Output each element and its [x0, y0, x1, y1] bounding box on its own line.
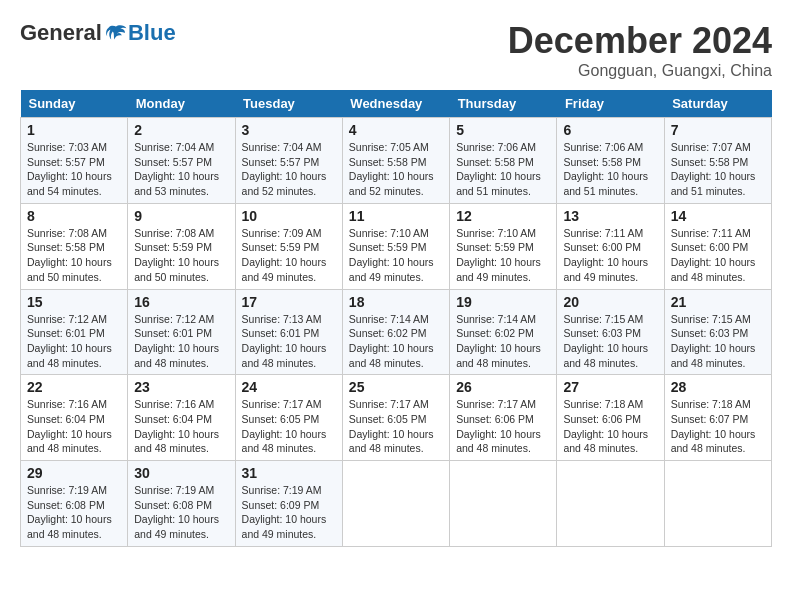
calendar-day-cell: 14 Sunrise: 7:11 AMSunset: 6:00 PMDaylig… — [664, 203, 771, 289]
day-info: Sunrise: 7:18 AMSunset: 6:06 PMDaylight:… — [563, 398, 648, 454]
day-number: 31 — [242, 465, 336, 481]
day-info: Sunrise: 7:12 AMSunset: 6:01 PMDaylight:… — [27, 313, 112, 369]
calendar-day-cell: 31 Sunrise: 7:19 AMSunset: 6:09 PMDaylig… — [235, 461, 342, 547]
day-number: 4 — [349, 122, 443, 138]
day-number: 20 — [563, 294, 657, 310]
location-title: Gongguan, Guangxi, China — [508, 62, 772, 80]
calendar-day-cell: 16 Sunrise: 7:12 AMSunset: 6:01 PMDaylig… — [128, 289, 235, 375]
day-info: Sunrise: 7:11 AMSunset: 6:00 PMDaylight:… — [671, 227, 756, 283]
calendar-day-cell: 8 Sunrise: 7:08 AMSunset: 5:58 PMDayligh… — [21, 203, 128, 289]
calendar-day-cell: 27 Sunrise: 7:18 AMSunset: 6:06 PMDaylig… — [557, 375, 664, 461]
day-number: 28 — [671, 379, 765, 395]
day-info: Sunrise: 7:05 AMSunset: 5:58 PMDaylight:… — [349, 141, 434, 197]
day-info: Sunrise: 7:19 AMSunset: 6:09 PMDaylight:… — [242, 484, 327, 540]
day-info: Sunrise: 7:15 AMSunset: 6:03 PMDaylight:… — [671, 313, 756, 369]
day-number: 19 — [456, 294, 550, 310]
calendar-day-cell: 12 Sunrise: 7:10 AMSunset: 5:59 PMDaylig… — [450, 203, 557, 289]
col-thursday: Thursday — [450, 90, 557, 118]
calendar-day-cell: 2 Sunrise: 7:04 AMSunset: 5:57 PMDayligh… — [128, 118, 235, 204]
col-wednesday: Wednesday — [342, 90, 449, 118]
col-monday: Monday — [128, 90, 235, 118]
day-info: Sunrise: 7:06 AMSunset: 5:58 PMDaylight:… — [456, 141, 541, 197]
calendar-day-cell: 23 Sunrise: 7:16 AMSunset: 6:04 PMDaylig… — [128, 375, 235, 461]
day-number: 5 — [456, 122, 550, 138]
col-sunday: Sunday — [21, 90, 128, 118]
empty-cell — [450, 461, 557, 547]
day-number: 7 — [671, 122, 765, 138]
logo-general-text: General — [20, 20, 102, 46]
day-number: 27 — [563, 379, 657, 395]
col-saturday: Saturday — [664, 90, 771, 118]
day-info: Sunrise: 7:18 AMSunset: 6:07 PMDaylight:… — [671, 398, 756, 454]
day-number: 3 — [242, 122, 336, 138]
day-number: 2 — [134, 122, 228, 138]
logo-bird-icon — [104, 21, 128, 45]
calendar-day-cell: 22 Sunrise: 7:16 AMSunset: 6:04 PMDaylig… — [21, 375, 128, 461]
calendar-day-cell: 25 Sunrise: 7:17 AMSunset: 6:05 PMDaylig… — [342, 375, 449, 461]
day-info: Sunrise: 7:07 AMSunset: 5:58 PMDaylight:… — [671, 141, 756, 197]
day-info: Sunrise: 7:10 AMSunset: 5:59 PMDaylight:… — [456, 227, 541, 283]
day-number: 29 — [27, 465, 121, 481]
calendar-week-row: 22 Sunrise: 7:16 AMSunset: 6:04 PMDaylig… — [21, 375, 772, 461]
empty-cell — [342, 461, 449, 547]
calendar-day-cell: 4 Sunrise: 7:05 AMSunset: 5:58 PMDayligh… — [342, 118, 449, 204]
day-info: Sunrise: 7:15 AMSunset: 6:03 PMDaylight:… — [563, 313, 648, 369]
day-info: Sunrise: 7:14 AMSunset: 6:02 PMDaylight:… — [456, 313, 541, 369]
day-number: 13 — [563, 208, 657, 224]
day-number: 26 — [456, 379, 550, 395]
day-info: Sunrise: 7:19 AMSunset: 6:08 PMDaylight:… — [134, 484, 219, 540]
day-number: 12 — [456, 208, 550, 224]
calendar-week-row: 15 Sunrise: 7:12 AMSunset: 6:01 PMDaylig… — [21, 289, 772, 375]
title-area: December 2024 Gongguan, Guangxi, China — [508, 20, 772, 80]
day-number: 15 — [27, 294, 121, 310]
day-info: Sunrise: 7:16 AMSunset: 6:04 PMDaylight:… — [134, 398, 219, 454]
calendar-table: Sunday Monday Tuesday Wednesday Thursday… — [20, 90, 772, 547]
calendar-day-cell: 7 Sunrise: 7:07 AMSunset: 5:58 PMDayligh… — [664, 118, 771, 204]
col-tuesday: Tuesday — [235, 90, 342, 118]
day-info: Sunrise: 7:12 AMSunset: 6:01 PMDaylight:… — [134, 313, 219, 369]
empty-cell — [557, 461, 664, 547]
day-info: Sunrise: 7:03 AMSunset: 5:57 PMDaylight:… — [27, 141, 112, 197]
calendar-week-row: 29 Sunrise: 7:19 AMSunset: 6:08 PMDaylig… — [21, 461, 772, 547]
day-info: Sunrise: 7:17 AMSunset: 6:05 PMDaylight:… — [242, 398, 327, 454]
day-number: 22 — [27, 379, 121, 395]
calendar-day-cell: 20 Sunrise: 7:15 AMSunset: 6:03 PMDaylig… — [557, 289, 664, 375]
day-info: Sunrise: 7:14 AMSunset: 6:02 PMDaylight:… — [349, 313, 434, 369]
day-info: Sunrise: 7:10 AMSunset: 5:59 PMDaylight:… — [349, 227, 434, 283]
calendar-day-cell: 13 Sunrise: 7:11 AMSunset: 6:00 PMDaylig… — [557, 203, 664, 289]
calendar-day-cell: 30 Sunrise: 7:19 AMSunset: 6:08 PMDaylig… — [128, 461, 235, 547]
day-number: 11 — [349, 208, 443, 224]
calendar-day-cell: 1 Sunrise: 7:03 AMSunset: 5:57 PMDayligh… — [21, 118, 128, 204]
day-number: 21 — [671, 294, 765, 310]
day-number: 6 — [563, 122, 657, 138]
day-info: Sunrise: 7:08 AMSunset: 5:59 PMDaylight:… — [134, 227, 219, 283]
day-info: Sunrise: 7:13 AMSunset: 6:01 PMDaylight:… — [242, 313, 327, 369]
calendar-week-row: 8 Sunrise: 7:08 AMSunset: 5:58 PMDayligh… — [21, 203, 772, 289]
day-number: 25 — [349, 379, 443, 395]
calendar-day-cell: 28 Sunrise: 7:18 AMSunset: 6:07 PMDaylig… — [664, 375, 771, 461]
calendar-day-cell: 5 Sunrise: 7:06 AMSunset: 5:58 PMDayligh… — [450, 118, 557, 204]
day-info: Sunrise: 7:08 AMSunset: 5:58 PMDaylight:… — [27, 227, 112, 283]
calendar-day-cell: 10 Sunrise: 7:09 AMSunset: 5:59 PMDaylig… — [235, 203, 342, 289]
calendar-header-row: Sunday Monday Tuesday Wednesday Thursday… — [21, 90, 772, 118]
day-number: 14 — [671, 208, 765, 224]
calendar-day-cell: 26 Sunrise: 7:17 AMSunset: 6:06 PMDaylig… — [450, 375, 557, 461]
calendar-day-cell: 6 Sunrise: 7:06 AMSunset: 5:58 PMDayligh… — [557, 118, 664, 204]
day-number: 8 — [27, 208, 121, 224]
calendar-day-cell: 17 Sunrise: 7:13 AMSunset: 6:01 PMDaylig… — [235, 289, 342, 375]
calendar-day-cell: 24 Sunrise: 7:17 AMSunset: 6:05 PMDaylig… — [235, 375, 342, 461]
calendar-day-cell: 9 Sunrise: 7:08 AMSunset: 5:59 PMDayligh… — [128, 203, 235, 289]
day-info: Sunrise: 7:17 AMSunset: 6:06 PMDaylight:… — [456, 398, 541, 454]
day-number: 10 — [242, 208, 336, 224]
calendar-day-cell: 15 Sunrise: 7:12 AMSunset: 6:01 PMDaylig… — [21, 289, 128, 375]
day-number: 24 — [242, 379, 336, 395]
calendar-day-cell: 11 Sunrise: 7:10 AMSunset: 5:59 PMDaylig… — [342, 203, 449, 289]
col-friday: Friday — [557, 90, 664, 118]
calendar-day-cell: 21 Sunrise: 7:15 AMSunset: 6:03 PMDaylig… — [664, 289, 771, 375]
day-number: 30 — [134, 465, 228, 481]
day-info: Sunrise: 7:09 AMSunset: 5:59 PMDaylight:… — [242, 227, 327, 283]
day-number: 23 — [134, 379, 228, 395]
calendar-day-cell: 29 Sunrise: 7:19 AMSunset: 6:08 PMDaylig… — [21, 461, 128, 547]
day-info: Sunrise: 7:19 AMSunset: 6:08 PMDaylight:… — [27, 484, 112, 540]
day-info: Sunrise: 7:04 AMSunset: 5:57 PMDaylight:… — [242, 141, 327, 197]
